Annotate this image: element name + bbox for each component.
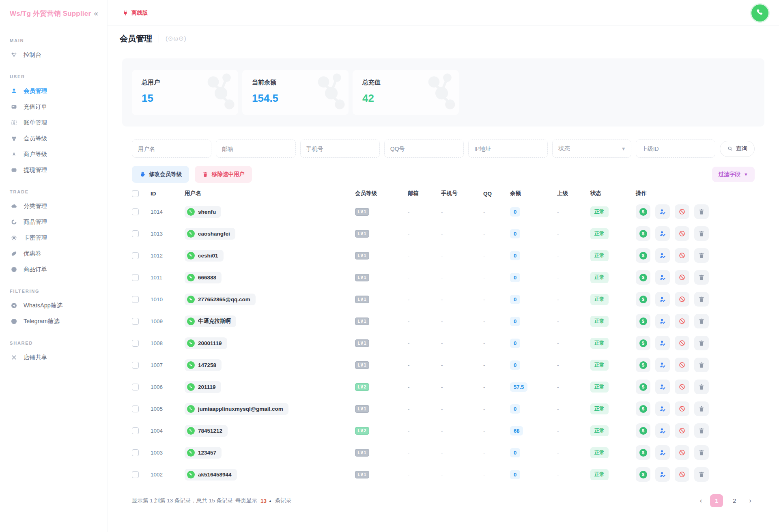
- sidebar-item-goods[interactable]: 商品管理: [0, 214, 107, 230]
- user-edit-button[interactable]: [655, 423, 670, 438]
- username-pill[interactable]: 牛逼克拉斯啊: [185, 315, 236, 327]
- sidebar-collapse-icon[interactable]: «: [92, 9, 100, 18]
- money-chat-button[interactable]: $: [636, 445, 650, 460]
- ban-user-button[interactable]: [675, 336, 689, 350]
- delete-user-button[interactable]: [694, 314, 709, 328]
- sidebar-item-recharge-orders[interactable]: 充值订单: [0, 99, 107, 115]
- ban-user-button[interactable]: [675, 314, 689, 328]
- sidebar-item-bills[interactable]: 账单管理: [0, 115, 107, 131]
- delete-user-button[interactable]: [694, 270, 709, 285]
- row-checkbox[interactable]: [132, 296, 139, 303]
- delete-user-button[interactable]: [694, 445, 709, 460]
- select-all-checkbox[interactable]: [132, 190, 139, 197]
- username-pill[interactable]: ceshi01: [185, 250, 224, 262]
- money-chat-button[interactable]: $: [636, 314, 650, 328]
- username-pill[interactable]: shenfu: [185, 206, 221, 218]
- sidebar-item-merchant-level[interactable]: 商户等级: [0, 146, 107, 162]
- delete-user-button[interactable]: [694, 336, 709, 350]
- username-pill[interactable]: 78451212: [185, 425, 228, 437]
- row-checkbox[interactable]: [132, 384, 139, 390]
- ban-user-button[interactable]: [675, 270, 689, 285]
- money-chat-button[interactable]: $: [636, 423, 650, 438]
- row-checkbox[interactable]: [132, 208, 139, 215]
- sidebar-item-whatsapp-filter[interactable]: WhatsApp筛选: [0, 298, 107, 313]
- user-edit-button[interactable]: [655, 445, 670, 460]
- user-edit-button[interactable]: [655, 358, 670, 372]
- row-checkbox[interactable]: [132, 318, 139, 325]
- per-page-select[interactable]: 13 ▲: [260, 498, 273, 504]
- username-pill[interactable]: 20001119: [185, 337, 227, 349]
- money-chat-button[interactable]: $: [636, 248, 650, 263]
- next-page-button[interactable]: ›: [746, 496, 755, 506]
- user-edit-button[interactable]: [655, 467, 670, 482]
- user-edit-button[interactable]: [655, 292, 670, 307]
- username-pill[interactable]: 147258: [185, 359, 222, 371]
- ban-user-button[interactable]: [675, 401, 689, 416]
- username-pill[interactable]: 123457: [185, 447, 222, 459]
- ban-user-button[interactable]: [675, 226, 689, 241]
- money-chat-button[interactable]: $: [636, 336, 650, 350]
- sidebar-item-coupon[interactable]: 优惠卷: [0, 246, 107, 262]
- row-checkbox[interactable]: [132, 405, 139, 412]
- status-select[interactable]: 状态 ▼: [552, 139, 631, 158]
- user-edit-button[interactable]: [655, 270, 670, 285]
- user-edit-button[interactable]: [655, 336, 670, 350]
- money-chat-button[interactable]: $: [636, 226, 650, 241]
- remove-selected-users-button[interactable]: 移除选中用户: [195, 166, 252, 183]
- money-chat-button[interactable]: $: [636, 204, 650, 219]
- qq-filter-input[interactable]: [384, 139, 464, 158]
- prev-page-button[interactable]: ‹: [697, 496, 706, 506]
- ban-user-button[interactable]: [675, 445, 689, 460]
- user-edit-button[interactable]: [655, 204, 670, 219]
- sidebar-item-telegram-filter[interactable]: Telegram筛选: [0, 313, 107, 329]
- delete-user-button[interactable]: [694, 358, 709, 372]
- edit-member-level-button[interactable]: 修改会员等级: [132, 166, 189, 183]
- ban-user-button[interactable]: [675, 358, 689, 372]
- phone-filter-input[interactable]: [300, 139, 380, 158]
- row-checkbox[interactable]: [132, 471, 139, 478]
- ban-user-button[interactable]: [675, 248, 689, 263]
- money-chat-button[interactable]: $: [636, 358, 650, 372]
- user-edit-button[interactable]: [655, 380, 670, 394]
- money-chat-button[interactable]: $: [636, 380, 650, 394]
- delete-user-button[interactable]: [694, 423, 709, 438]
- sidebar-item-members[interactable]: 会员管理: [0, 83, 107, 99]
- user-edit-button[interactable]: [655, 401, 670, 416]
- parent-id-filter-input[interactable]: [636, 139, 715, 158]
- delete-user-button[interactable]: [694, 226, 709, 241]
- username-filter-input[interactable]: [132, 139, 211, 158]
- user-edit-button[interactable]: [655, 314, 670, 328]
- delete-user-button[interactable]: [694, 204, 709, 219]
- row-checkbox[interactable]: [132, 427, 139, 434]
- email-filter-input[interactable]: [216, 139, 295, 158]
- money-chat-button[interactable]: $: [636, 270, 650, 285]
- row-checkbox[interactable]: [132, 252, 139, 259]
- username-pill[interactable]: 666888: [185, 272, 222, 283]
- username-pill[interactable]: 201119: [185, 381, 221, 393]
- username-pill[interactable]: caoshangfei: [185, 228, 235, 240]
- sidebar-item-card-key[interactable]: 卡密管理: [0, 230, 107, 246]
- money-chat-button[interactable]: $: [636, 401, 650, 416]
- money-chat-button[interactable]: $: [636, 292, 650, 307]
- user-edit-button[interactable]: [655, 248, 670, 263]
- delete-user-button[interactable]: [694, 380, 709, 394]
- ip-filter-input[interactable]: [468, 139, 548, 158]
- delete-user-button[interactable]: [694, 467, 709, 482]
- search-button[interactable]: 查询: [720, 141, 755, 157]
- sidebar-item-dashboard[interactable]: 控制台: [0, 47, 107, 63]
- sidebar-item-category[interactable]: 分类管理: [0, 198, 107, 214]
- page-button-1[interactable]: 1: [710, 494, 723, 507]
- page-button-2[interactable]: 2: [728, 494, 741, 507]
- row-checkbox[interactable]: [132, 449, 139, 456]
- row-checkbox[interactable]: [132, 362, 139, 369]
- sidebar-item-shop-share[interactable]: 店铺共享: [0, 350, 107, 365]
- row-checkbox[interactable]: [132, 340, 139, 347]
- whatsapp-avatar[interactable]: [751, 4, 768, 21]
- username-pill[interactable]: ak516458944: [185, 469, 237, 481]
- ban-user-button[interactable]: [675, 292, 689, 307]
- user-edit-button[interactable]: [655, 226, 670, 241]
- username-pill[interactable]: jumiaapplinuxmysql@gmail.com: [185, 403, 288, 415]
- sidebar-item-goods-orders[interactable]: 商品订单: [0, 262, 107, 277]
- delete-user-button[interactable]: [694, 248, 709, 263]
- sidebar-item-withdraw[interactable]: 提现管理: [0, 162, 107, 178]
